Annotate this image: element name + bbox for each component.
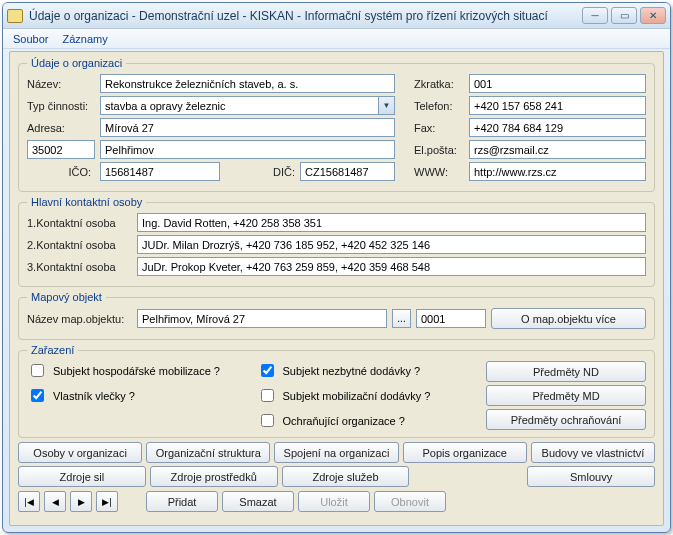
- www-label: WWW:: [414, 166, 464, 178]
- nav-bar: |◀ ◀ ▶ ▶| Přidat Smazat Uložit Obnovit: [18, 491, 655, 512]
- telefon-label: Telefon:: [414, 100, 464, 112]
- kontakt-legend: Hlavní kontaktní osoby: [27, 196, 146, 208]
- nazev-label: Název:: [27, 78, 95, 90]
- close-button[interactable]: ✕: [640, 7, 666, 24]
- spacer: [413, 466, 523, 487]
- zkratka-label: Zkratka:: [414, 78, 464, 90]
- chk-ochranujici[interactable]: Ochraňující organizace ?: [257, 411, 477, 430]
- map-nazev-input[interactable]: [137, 309, 387, 328]
- www-input[interactable]: [469, 162, 646, 181]
- kontakt1-input[interactable]: [137, 213, 646, 232]
- nav-first-button[interactable]: |◀: [18, 491, 40, 512]
- map-label: Název map.objektu:: [27, 313, 132, 325]
- minimize-button[interactable]: ─: [582, 7, 608, 24]
- maximize-button[interactable]: ▭: [611, 7, 637, 24]
- email-input[interactable]: [469, 140, 646, 159]
- dic-input[interactable]: [300, 162, 395, 181]
- email-label: El.pošta:: [414, 144, 464, 156]
- btn-spojeni[interactable]: Spojení na organizaci: [274, 442, 398, 463]
- ico-input[interactable]: [100, 162, 220, 181]
- button-row-1: Osoby v organizaci Organizační struktura…: [18, 442, 655, 463]
- adresa-input[interactable]: [100, 118, 395, 137]
- btn-ulozit[interactable]: Uložit: [298, 491, 370, 512]
- map-kod-input[interactable]: [416, 309, 486, 328]
- btn-pridat[interactable]: Přidat: [146, 491, 218, 512]
- adresa-label: Adresa:: [27, 122, 95, 134]
- zarazeni-legend: Zařazení: [27, 344, 78, 356]
- ico-label: IČO:: [27, 166, 95, 178]
- btn-predmety-ochranovani[interactable]: Předměty ochraňování: [486, 409, 646, 430]
- mesto-input[interactable]: [100, 140, 395, 159]
- kontakt2-label: 2.Kontaktní osoba: [27, 239, 132, 251]
- kontakt3-input[interactable]: [137, 257, 646, 276]
- btn-smazat[interactable]: Smazat: [222, 491, 294, 512]
- menu-soubor[interactable]: Soubor: [13, 33, 48, 45]
- chk-vlastnik-vlecky[interactable]: Vlastník vlečky ?: [27, 386, 247, 405]
- dic-label: DIČ:: [255, 166, 295, 178]
- menubar: Soubor Záznamy: [3, 29, 670, 49]
- main-window: Údaje o organizaci - Demonstrační uzel -…: [2, 2, 671, 533]
- nav-next-button[interactable]: ▶: [70, 491, 92, 512]
- chk-hosp-mobilizace[interactable]: Subjekt hospodářské mobilizace ?: [27, 361, 247, 380]
- fax-label: Fax:: [414, 122, 464, 134]
- btn-zdroje-sil[interactable]: Zdroje sil: [18, 466, 146, 487]
- chk-mobilizacni-dodavky[interactable]: Subjekt mobilizační dodávky ?: [257, 386, 477, 405]
- kontakt2-input[interactable]: [137, 235, 646, 254]
- window-title: Údaje o organizaci - Demonstrační uzel -…: [29, 9, 548, 23]
- typ-select[interactable]: [100, 96, 395, 115]
- psc-input[interactable]: [27, 140, 95, 159]
- btn-zdroje-prostredku[interactable]: Zdroje prostředků: [150, 466, 278, 487]
- kontakt-fieldset: Hlavní kontaktní osoby 1.Kontaktní osoba…: [18, 196, 655, 287]
- nazev-input[interactable]: [100, 74, 395, 93]
- content-panel: Údaje o organizaci Název: Zkratka: Typ č…: [9, 51, 664, 526]
- map-fieldset: Mapový objekt Název map.objektu: ... O m…: [18, 291, 655, 340]
- zarazeni-fieldset: Zařazení Subjekt hospodářské mobilizace …: [18, 344, 655, 438]
- kontakt3-label: 3.Kontaktní osoba: [27, 261, 132, 273]
- map-browse-button[interactable]: ...: [392, 309, 411, 328]
- nav-last-button[interactable]: ▶|: [96, 491, 118, 512]
- btn-budovy[interactable]: Budovy ve vlastnictví: [531, 442, 655, 463]
- map-more-button[interactable]: O map.objektu více: [491, 308, 646, 329]
- map-legend: Mapový objekt: [27, 291, 106, 303]
- telefon-input[interactable]: [469, 96, 646, 115]
- fax-input[interactable]: [469, 118, 646, 137]
- chk-nezbytne-dodavky[interactable]: Subjekt nezbytné dodávky ?: [257, 361, 477, 380]
- typ-label: Typ činnosti:: [27, 100, 95, 112]
- org-legend: Údaje o organizaci: [27, 57, 126, 69]
- btn-org-struktura[interactable]: Organizační struktura: [146, 442, 270, 463]
- btn-obnovit[interactable]: Obnovit: [374, 491, 446, 512]
- app-icon: [7, 9, 23, 23]
- btn-predmety-md[interactable]: Předměty MD: [486, 385, 646, 406]
- btn-predmety-nd[interactable]: Předměty ND: [486, 361, 646, 382]
- titlebar[interactable]: Údaje o organizaci - Demonstrační uzel -…: [3, 3, 670, 29]
- btn-osoby[interactable]: Osoby v organizaci: [18, 442, 142, 463]
- nav-prev-button[interactable]: ◀: [44, 491, 66, 512]
- button-row-2: Zdroje sil Zdroje prostředků Zdroje služ…: [18, 466, 655, 487]
- btn-popis[interactable]: Popis organizace: [403, 442, 527, 463]
- zkratka-input[interactable]: [469, 74, 646, 93]
- btn-zdroje-sluzeb[interactable]: Zdroje služeb: [282, 466, 410, 487]
- org-fieldset: Údaje o organizaci Název: Zkratka: Typ č…: [18, 57, 655, 192]
- menu-zaznamy[interactable]: Záznamy: [62, 33, 107, 45]
- kontakt1-label: 1.Kontaktní osoba: [27, 217, 132, 229]
- btn-smlouvy[interactable]: Smlouvy: [527, 466, 655, 487]
